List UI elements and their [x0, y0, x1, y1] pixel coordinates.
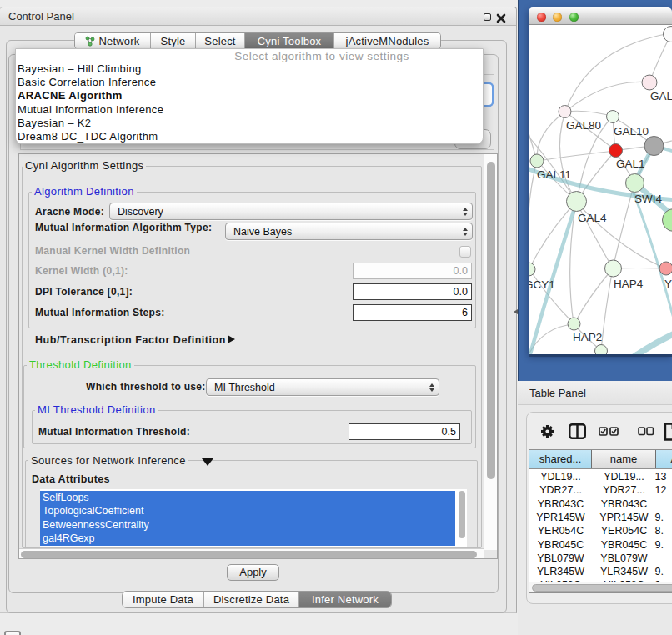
- table-cell[interactable]: 9.: [655, 565, 672, 578]
- algorithm-option[interactable]: Bayesian – Hill Climbing: [17, 62, 467, 76]
- dropdown-placeholder: Select algorithm to view settings: [213, 50, 431, 62]
- mi-type-combo[interactable]: Naive Bayes: [225, 222, 473, 240]
- tab-impute-data[interactable]: Impute Data: [123, 592, 203, 608]
- table-cell[interactable]: 12: [655, 483, 672, 497]
- list-scrollbar-thumb[interactable]: [459, 491, 466, 538]
- minimized-panel-icon[interactable]: [4, 631, 21, 635]
- tab-style[interactable]: Style: [150, 33, 195, 48]
- control-panel-titlebar[interactable]: Control Panel: [0, 8, 516, 26]
- which-threshold-combo[interactable]: MI Threshold: [206, 378, 439, 396]
- column-header-a[interactable]: A: [656, 450, 672, 468]
- zoom-traffic-light[interactable]: [569, 12, 579, 22]
- table-cell[interactable]: YDL19...: [529, 470, 592, 483]
- table-cell[interactable]: YDL19...: [592, 470, 656, 483]
- apply-button[interactable]: Apply: [227, 564, 279, 581]
- tab-infer-network[interactable]: Infer Network: [298, 592, 391, 608]
- table-cell[interactable]: YER054C: [529, 524, 592, 538]
- data-attributes-list[interactable]: SelfLoopsTopologicalCoefficientBetweenne…: [40, 489, 467, 548]
- network-canvas[interactable]: GALGAL80GAL10GAL1GAL11SWI4GAL4GCY1HAP4YH…: [529, 25, 672, 354]
- table-cell[interactable]: YBL079W: [592, 552, 656, 565]
- mi-type-label: Mutual Information Algorithm Type:: [35, 222, 212, 233]
- attribute-item[interactable]: SelfLoops: [40, 491, 455, 505]
- table-cell[interactable]: 9.: [655, 511, 672, 524]
- mi-threshold-label: Mutual Information Threshold:: [38, 426, 190, 438]
- table-cell[interactable]: YBR043C: [592, 498, 656, 511]
- network-node-gal11[interactable]: [530, 154, 544, 168]
- network-node-swi4[interactable]: [626, 174, 644, 192]
- network-node-gal80[interactable]: [559, 106, 571, 118]
- table-cell[interactable]: YLR345W: [592, 565, 656, 578]
- tab-cyni-toolbox[interactable]: Cyni Toolbox: [244, 33, 333, 48]
- tab-discretize-data[interactable]: Discretize Data: [203, 592, 298, 608]
- network-node-hap2[interactable]: [568, 318, 580, 330]
- node-label-gal1: GAL1: [616, 158, 645, 170]
- network-node-gray-node[interactable]: [644, 137, 664, 156]
- float-window-icon[interactable]: [484, 13, 491, 21]
- unchecked-columns-icon[interactable]: [638, 427, 654, 436]
- algorithm-option[interactable]: ARACNE Algorithm: [17, 89, 467, 102]
- table-horizontal-scrollbar[interactable]: [529, 582, 672, 592]
- close-icon[interactable]: [496, 13, 506, 23]
- combo-arrows-icon: [463, 228, 468, 236]
- mi-steps-field[interactable]: 6: [353, 304, 472, 321]
- tab-select[interactable]: Select: [195, 33, 244, 48]
- network-node-gal10[interactable]: [607, 111, 619, 123]
- horizontal-scrollbar-thumb[interactable]: [21, 551, 477, 558]
- table-cell[interactable]: YPR145W: [529, 511, 592, 524]
- vertical-scrollbar-thumb[interactable]: [487, 162, 495, 479]
- network-node-top-right[interactable]: [664, 27, 672, 42]
- network-node-gal1[interactable]: [609, 144, 623, 158]
- network-node-gal-pink[interactable]: [642, 75, 657, 90]
- algorithm-option[interactable]: Dream8 DC_TDC Algorithm: [17, 130, 467, 143]
- tab-network[interactable]: Network: [75, 33, 150, 48]
- collapse-arrow-icon[interactable]: [202, 458, 213, 466]
- algorithm-option[interactable]: Mutual Information Inference: [17, 103, 467, 117]
- tab-jactivemnodules[interactable]: jActiveMNodules: [333, 33, 440, 48]
- network-window-titlebar[interactable]: [529, 8, 672, 25]
- network-edge: [529, 161, 537, 268]
- table-scrollbar-thumb[interactable]: [532, 584, 672, 592]
- attribute-item[interactable]: TopologicalCoefficient: [40, 504, 455, 518]
- attribute-item[interactable]: BetweennessCentrality: [40, 518, 455, 532]
- aracne-mode-combo[interactable]: Discovery: [109, 202, 473, 220]
- table-cell[interactable]: 8.: [655, 524, 672, 538]
- manual-kernel-checkbox[interactable]: [459, 246, 471, 258]
- table-cell[interactable]: YBR045C: [592, 538, 656, 552]
- split-view-icon[interactable]: [569, 423, 586, 439]
- table-cell[interactable]: YBL079W: [529, 552, 592, 565]
- table-cell[interactable]: 9.: [655, 538, 672, 552]
- kernel-width-field[interactable]: 0.0: [353, 262, 472, 279]
- algorithm-option[interactable]: Basic Correlation Inference: [17, 76, 467, 89]
- network-node-bottom[interactable]: [595, 345, 608, 355]
- close-traffic-light[interactable]: [537, 12, 546, 22]
- hub-definition-label[interactable]: Hub/Transcription Factor Definition: [35, 334, 226, 346]
- table-cell[interactable]: YLR345W: [529, 565, 592, 578]
- table-cell[interactable]: YBR043C: [529, 498, 592, 511]
- dpi-tolerance-field[interactable]: 0.0: [353, 283, 472, 300]
- algorithm-option[interactable]: Bayesian – K2: [17, 117, 467, 130]
- document-icon[interactable]: [664, 422, 672, 441]
- table-cell[interactable]: YDR27...: [592, 483, 656, 497]
- algorithm-dropdown-popup: Select algorithm to view settings Bayesi…: [15, 48, 484, 144]
- attribute-item[interactable]: gal4RGexp: [40, 532, 455, 546]
- table-cell[interactable]: YBR045C: [529, 538, 592, 552]
- table-cell[interactable]: YDR27...: [529, 483, 592, 497]
- minimize-traffic-light[interactable]: [553, 12, 562, 22]
- network-node-green-right[interactable]: [663, 209, 672, 232]
- network-node-hap4[interactable]: [605, 260, 622, 277]
- table-cell[interactable]: YER054C: [592, 524, 656, 538]
- gear-icon[interactable]: [540, 424, 554, 438]
- column-header-shared-[interactable]: shared...: [529, 450, 592, 468]
- horizontal-scrollbar[interactable]: [19, 548, 484, 558]
- table-cell[interactable]: YPR145W: [592, 511, 656, 524]
- mi-threshold-field[interactable]: 0.5: [349, 423, 460, 440]
- network-node-gcy1[interactable]: [529, 262, 535, 276]
- table-panel-titlebar[interactable]: Table Panel: [518, 381, 672, 405]
- checked-columns-icon[interactable]: [599, 427, 619, 436]
- network-node-gal4[interactable]: [567, 192, 587, 212]
- vertical-scrollbar[interactable]: [484, 154, 497, 550]
- expand-arrow-icon[interactable]: [228, 335, 235, 343]
- table-cell[interactable]: 13: [655, 470, 672, 483]
- network-node-y-pink[interactable]: [659, 262, 672, 275]
- column-header-name[interactable]: name: [592, 450, 656, 468]
